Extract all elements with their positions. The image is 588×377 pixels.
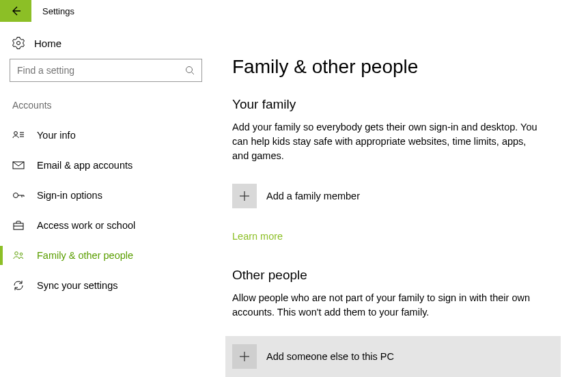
briefcase-icon [12, 219, 25, 232]
nav-item-label: Family & other people [37, 250, 133, 261]
add-family-label: Add a family member [266, 191, 360, 201]
arrow-left-icon [10, 5, 21, 16]
page-heading: Family & other people [232, 56, 561, 78]
nav-sync-settings[interactable]: Sync your settings [8, 270, 204, 301]
search-box[interactable] [10, 59, 202, 82]
nav-item-label: Your info [37, 130, 76, 141]
search-input[interactable] [17, 65, 185, 76]
nav-family-people[interactable]: Family & other people [8, 240, 204, 270]
nav-home[interactable]: Home [8, 31, 204, 59]
search-icon [185, 66, 195, 75]
others-section-heading: Other people [232, 268, 561, 283]
gear-icon [12, 37, 25, 49]
nav-email-accounts[interactable]: Email & app accounts [8, 150, 204, 180]
svg-line-1 [192, 72, 195, 75]
nav-work-school[interactable]: Access work or school [8, 210, 204, 240]
svg-point-14 [20, 253, 23, 255]
others-description: Allow people who are not part of your fa… [232, 291, 540, 320]
svg-point-2 [14, 132, 18, 135]
nav-home-label: Home [34, 38, 61, 49]
learn-more-link[interactable]: Learn more [232, 231, 283, 242]
nav-item-label: Sync your settings [37, 280, 117, 291]
nav-item-label: Sign-in options [37, 190, 102, 201]
person-card-icon [12, 129, 25, 141]
key-icon [12, 189, 25, 201]
nav-item-label: Email & app accounts [37, 160, 132, 171]
nav-signin-options[interactable]: Sign-in options [8, 180, 204, 210]
titlebar: Settings [0, 0, 588, 22]
nav-your-info[interactable]: Your info [8, 120, 204, 150]
svg-point-13 [15, 252, 18, 255]
mail-icon [12, 159, 25, 171]
family-section-heading: Your family [232, 97, 561, 112]
plus-icon [232, 344, 257, 369]
category-label: Accounts [8, 100, 204, 120]
content-pane: Family & other people Your family Add yo… [212, 22, 588, 377]
plus-icon [232, 184, 257, 208]
add-other-person-button[interactable]: Add someone else to this PC [225, 336, 561, 377]
family-description: Add your family so everybody gets their … [232, 120, 540, 163]
nav-item-label: Access work or school [37, 220, 135, 231]
add-other-label: Add someone else to this PC [266, 351, 394, 362]
add-family-member-button[interactable]: Add a family member [232, 180, 561, 212]
svg-point-7 [14, 193, 18, 198]
back-button[interactable] [0, 0, 31, 22]
svg-point-0 [186, 67, 193, 73]
people-icon [12, 249, 25, 262]
sidebar: Home Accounts Your info Email & app acco… [0, 22, 212, 377]
window-title: Settings [42, 6, 74, 16]
sync-icon [12, 279, 25, 292]
